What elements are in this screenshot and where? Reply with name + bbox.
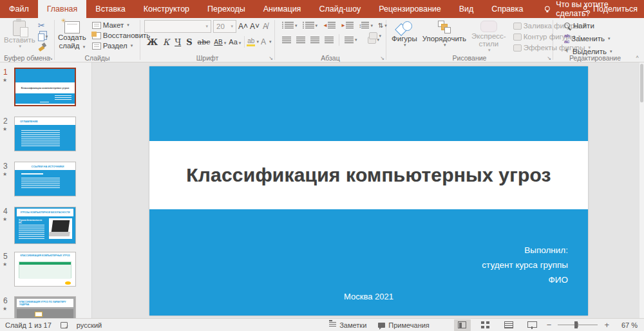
normal-view-button[interactable]: [454, 319, 471, 331]
line-spacing-icon: [361, 22, 369, 29]
justify-button[interactable]: [323, 35, 336, 45]
new-slide-button[interactable]: Создать слайд ▾: [58, 19, 86, 53]
chevron-down-icon: ▾: [19, 44, 22, 49]
slide-title[interactable]: Классификация компьютерных угроз: [186, 164, 551, 186]
language-indicator[interactable]: русский: [77, 321, 102, 329]
replace-button[interactable]: abacЗаменить▾: [562, 32, 637, 45]
align-right-icon: [310, 37, 319, 44]
font-color-button[interactable]: А: [259, 37, 268, 46]
mini-title-band: УГРОЗЫ КОМПЬЮТЕРНОЙ БЕЗОПАСНОСТИ: [17, 209, 73, 216]
shapes-button[interactable]: Фигуры ▾: [392, 19, 417, 53]
quick-styles-button[interactable]: Экспресс-стили ▾: [471, 19, 506, 53]
mini-body: КЛАССИФИКАЦИЯ КОМПЬЮТЕРНЫХ УГРОЗ: [15, 252, 75, 287]
arrange-button[interactable]: Упорядочить ▾: [422, 19, 466, 53]
line-spacing-button[interactable]: ↕▾: [357, 21, 375, 30]
tab-review[interactable]: Рецензирование: [370, 0, 450, 18]
spellcheck-icon[interactable]: [61, 322, 68, 328]
slide-credits[interactable]: Выполнил: студент курса группы ФИО: [482, 243, 568, 287]
zoom-out-button[interactable]: −: [547, 320, 552, 330]
chevron-down-icon: ▾: [269, 39, 272, 44]
animation-star-icon[interactable]: ★: [3, 77, 7, 83]
slide-bottom-band[interactable]: Выполнил: студент курса группы ФИО Москв…: [149, 209, 588, 316]
shape-effects-icon: [513, 44, 522, 52]
slide-top-band[interactable]: [149, 66, 588, 141]
chevron-down-icon: ▾: [444, 43, 446, 48]
shrink-font-button[interactable]: А˅: [250, 22, 260, 31]
align-left-button[interactable]: [280, 35, 293, 45]
align-center-button[interactable]: [294, 35, 307, 45]
slide-sorter-view-button[interactable]: [477, 319, 494, 331]
numbering-button[interactable]: ▾: [301, 21, 320, 30]
animation-star-icon[interactable]: ★: [3, 171, 7, 177]
chevron-down-icon: ▾: [316, 23, 318, 28]
collapse-ribbon-button[interactable]: ˄: [636, 54, 639, 60]
tab-design[interactable]: Конструктор: [135, 0, 198, 18]
find-button[interactable]: Найти: [562, 21, 637, 30]
paste-button[interactable]: Вставить ▾: [4, 19, 35, 53]
animation-star-icon[interactable]: ★: [3, 261, 7, 267]
align-right-button[interactable]: [308, 35, 321, 45]
slide-2-preview[interactable]: ОГЛАВЛЕНИЕ: [14, 117, 76, 151]
animation-star-icon[interactable]: ★: [3, 216, 7, 222]
zoom-slider[interactable]: [558, 325, 598, 325]
character-spacing-button[interactable]: АВ▾: [213, 39, 227, 46]
slide-counter[interactable]: Слайд 1 из 17: [5, 321, 52, 329]
animation-star-icon[interactable]: ★: [3, 126, 7, 132]
tab-transitions[interactable]: Переходы: [198, 0, 254, 18]
slide-1-preview[interactable]: Классификация компьютерных угроз: [14, 68, 76, 106]
paragraph-dialog-launcher[interactable]: ↘: [380, 56, 384, 61]
change-case-button[interactable]: Аа▾: [227, 38, 242, 46]
increase-indent-button[interactable]: ►: [339, 21, 355, 30]
chevron-down-icon: ▾: [488, 48, 491, 53]
font-dialog-launcher[interactable]: ↘: [269, 56, 273, 61]
tab-file[interactable]: Файл: [0, 0, 38, 18]
animation-star-icon[interactable]: ★: [3, 306, 7, 312]
scrollbar-thumb[interactable]: [640, 64, 643, 102]
clipboard-dialog-launcher[interactable]: ↘: [48, 56, 53, 61]
bold-button[interactable]: Ж: [144, 37, 160, 47]
vertical-scrollbar[interactable]: [639, 62, 644, 318]
font-size-combobox[interactable]: 20▾: [213, 20, 236, 33]
slide-title-band[interactable]: Классификация компьютерных угроз: [149, 141, 588, 209]
slide-5-preview[interactable]: КЛАССИФИКАЦИЯ КОМПЬЮТЕРНЫХ УГРОЗ: [14, 252, 76, 287]
workspace: 1 ★ Классификация компьютерных угроз 2 ★…: [0, 62, 644, 318]
slideshow-view-button[interactable]: [524, 319, 540, 331]
grow-font-button[interactable]: А˄: [238, 22, 248, 31]
italic-button[interactable]: К: [160, 37, 172, 47]
notes-button[interactable]: Заметки: [329, 321, 366, 329]
underline-button[interactable]: Ч: [172, 37, 184, 47]
slide-4-preview[interactable]: УГРОЗЫ КОМПЬЮТЕРНОЙ БЕЗОПАСНОСТИ Угроза …: [14, 207, 76, 244]
text-shadow-button[interactable]: S: [184, 37, 194, 47]
smartart-convert-button[interactable]: ▾: [367, 31, 383, 41]
slide-3-preview[interactable]: ССЫЛКИ НА ИСТОЧНИКИ: [14, 162, 76, 196]
tab-slideshow[interactable]: Слайд-шоу: [310, 0, 370, 18]
strikethrough-button[interactable]: abc: [195, 38, 213, 46]
decrease-indent-button[interactable]: ◄: [321, 21, 337, 30]
zoom-percentage[interactable]: 67 %: [616, 321, 638, 329]
drawing-dialog-launcher[interactable]: ↘: [547, 56, 551, 61]
columns-button[interactable]: ▾: [343, 35, 359, 45]
cut-button[interactable]: ✂: [38, 21, 48, 30]
slide-footer[interactable]: Москва 2021: [149, 292, 588, 301]
comments-button[interactable]: Примечания: [378, 321, 430, 329]
format-painter-button[interactable]: [38, 43, 46, 51]
reading-view-button[interactable]: [500, 319, 517, 331]
clear-formatting-button[interactable]: А̸: [263, 22, 268, 31]
bullets-button[interactable]: ▾: [280, 21, 299, 30]
share-button[interactable]: Поделиться: [581, 0, 638, 18]
slide-6-preview[interactable]: КЛАССИФИКАЦИЯ УГРОЗ ПО ХАРАКТЕРУ УЩЕРБА: [14, 296, 76, 318]
zoom-slider-thumb[interactable]: [574, 321, 578, 328]
tab-help[interactable]: Справка: [482, 0, 532, 18]
copy-button[interactable]: ▾: [38, 32, 48, 41]
zoom-in-button[interactable]: +: [604, 320, 609, 330]
tab-animations[interactable]: Анимация: [254, 0, 310, 18]
tab-view[interactable]: Вид: [450, 0, 483, 18]
slide-number: 6: [3, 296, 8, 305]
slide-canvas[interactable]: Классификация компьютерных угроз Выполни…: [149, 66, 588, 316]
font-name-combobox[interactable]: ▾: [144, 20, 211, 33]
text-highlight-button[interactable]: ab: [247, 37, 255, 46]
tab-home[interactable]: Главная: [38, 0, 87, 18]
normal-view-icon: [458, 321, 466, 328]
tab-insert[interactable]: Вставка: [86, 0, 134, 18]
decrease-indent-icon: [328, 22, 336, 29]
